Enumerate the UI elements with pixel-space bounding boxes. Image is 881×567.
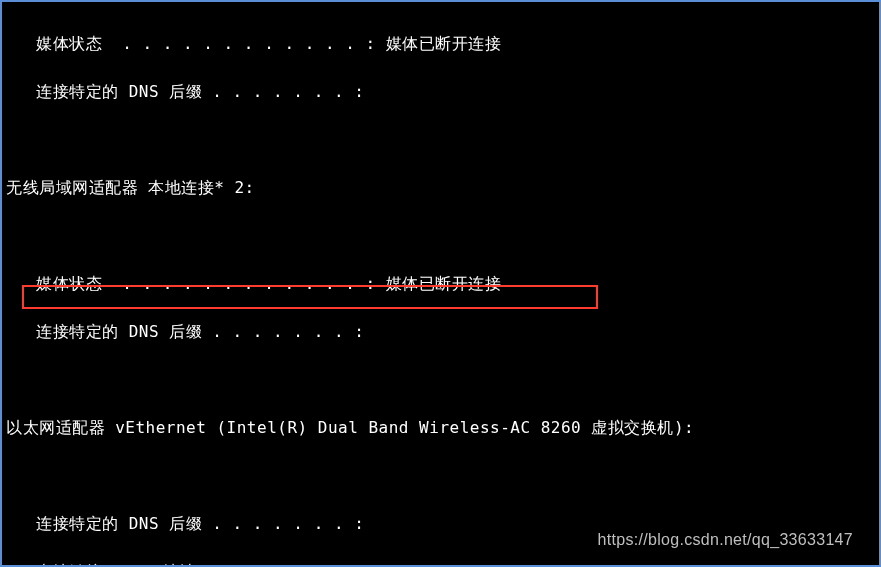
adapter-header-text: 无线局域网适配器 本地连接* 2: (6, 178, 255, 197)
ipv6-label: 本地链接 IPv6 地址. . . . . . . . : (36, 560, 368, 567)
terminal-output: 媒体状态 . . . . . . . . . . . . : 媒体已断开连接 连… (2, 2, 879, 567)
dns-suffix-label: 连接特定的 DNS 后缀 . . . . . . . : (36, 320, 364, 344)
adapter-header-text: 以太网适配器 vEthernet (Intel(R) Dual Band Wir… (6, 418, 694, 437)
dns-suffix-label: 连接特定的 DNS 后缀 . . . . . . . : (36, 80, 364, 104)
watermark-text: https://blog.csdn.net/qq_33633147 (598, 531, 853, 549)
media-status-row: 媒体状态 . . . . . . . . . . . . : 媒体已断开连接 (6, 272, 875, 296)
adapter-header-wlan: 无线局域网适配器 本地连接* 2: (6, 176, 875, 200)
dns-suffix-label: 连接特定的 DNS 后缀 . . . . . . . : (36, 512, 364, 536)
blank-line (6, 464, 875, 488)
media-status-label: 媒体状态 . . . . . . . . . . . . : (36, 272, 376, 296)
blank-line (6, 368, 875, 392)
ipv6-value: fe80::7d01:3bd:be1a:4fc7%24 (368, 560, 652, 567)
media-status-value: 媒体已断开连接 (376, 272, 502, 296)
dns-suffix-row: 连接特定的 DNS 后缀 . . . . . . . : (6, 320, 875, 344)
media-status-label: 媒体状态 . . . . . . . . . . . . : (36, 32, 376, 56)
ipv6-row: 本地链接 IPv6 地址. . . . . . . . : fe80::7d01… (6, 560, 875, 567)
dns-suffix-row: 连接特定的 DNS 后缀 . . . . . . . : (6, 80, 875, 104)
media-status-row: 媒体状态 . . . . . . . . . . . . : 媒体已断开连接 (6, 32, 875, 56)
blank-line (6, 224, 875, 248)
blank-line (6, 128, 875, 152)
media-status-value: 媒体已断开连接 (376, 32, 502, 56)
adapter-header-vethernet: 以太网适配器 vEthernet (Intel(R) Dual Band Wir… (6, 416, 875, 440)
